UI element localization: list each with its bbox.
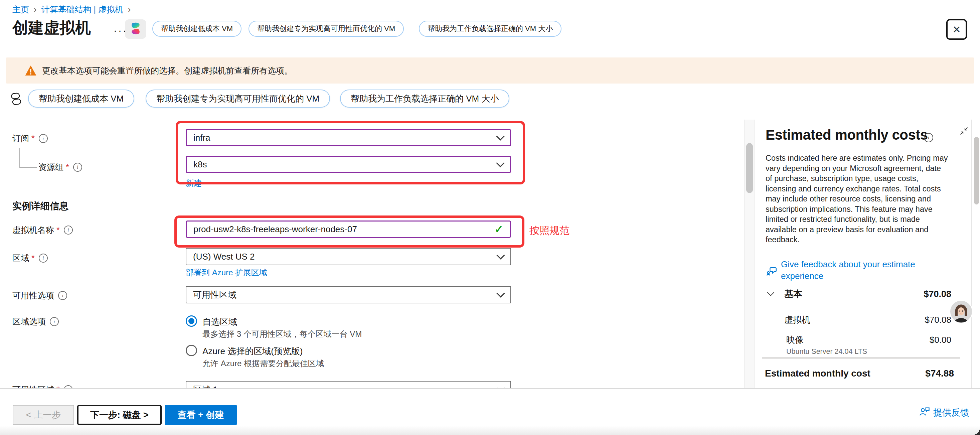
availability-options-label: 可用性选项 i [12,290,67,301]
cost-panel-scrollbar-thumb[interactable] [974,137,979,204]
info-icon[interactable]: i [50,317,59,326]
region-dropdown[interactable]: (US) West US 2 [186,248,511,265]
azure-extended-zones-link[interactable]: 部署到 Azure 扩展区域 [186,267,267,278]
review-create-button[interactable]: 查看 + 创建 [165,405,237,425]
breadcrumb-vm-link[interactable]: 计算基础结构 | 虚拟机 [41,4,123,15]
vm-name-value: prod-usw2-k8s-freeleaps-worker-nodes-07 [193,224,357,234]
instance-details-heading: 实例详细信息 [12,200,68,212]
info-icon[interactable]: i [39,253,48,263]
vm-name-label-text: 虚拟机名称 [12,225,54,236]
cost-group-name: 基本 [765,288,802,300]
assistant-avatar[interactable] [949,300,973,323]
suggestion-vm-size-button[interactable]: 帮助我为工作负载选择正确的 VM 大小 [419,21,562,37]
main-scrollbar-thumb[interactable] [746,143,753,193]
give-feedback-link[interactable]: 提供反馈 [933,406,969,419]
footer-bar: < 上一步 下一步: 磁盘 > 查看 + 创建 提供反馈 [0,388,980,435]
previous-step-button[interactable]: < 上一步 [13,405,74,425]
required-asterisk: * [56,225,60,235]
radio-azure-selected-zones-label[interactable]: Azure 选择的区域(预览版) [202,346,302,357]
cost-item-row: 虚拟机 $70.08 [765,314,951,326]
annotation-text: 按照规范 [530,224,570,237]
copilot-outline-icon [9,92,23,106]
radio-self-selected-zones-label[interactable]: 自选区域 [202,316,237,328]
cost-divider [762,357,960,359]
cost-panel-title: Estimated monthly costs [765,127,928,143]
tree-connector-horizontal [19,167,37,168]
cost-item-amount: $70.08 [924,315,951,325]
radio-azure-selected-zones-desc: 允许 Azure 根据需要分配最佳区域 [202,358,324,369]
cost-panel-scrollbar[interactable] [971,120,980,388]
vm-name-input[interactable]: prod-usw2-k8s-freeleaps-worker-nodes-07 … [186,220,511,238]
radio-self-selected-zones[interactable] [186,315,197,327]
chevron-down-icon [496,289,505,297]
chevron-down-icon [496,159,504,167]
availability-options-label-text: 可用性选项 [12,290,54,301]
suggestion-low-cost-vm-button[interactable]: 帮助我创建低成本 VM [28,89,134,108]
cost-total-row: Estimated monthly cost $74.88 [765,368,954,379]
tree-connector-vertical [19,148,20,168]
warning-text: 更改基本选项可能会重置所做的选择。创建虚拟机前查看所有选项。 [42,65,293,76]
radio-azure-selected-zones[interactable] [186,345,197,356]
create-vm-page: 主页 › 计算基础结构 | 虚拟机 › 创建虚拟机 ··· 帮助我创建低成本 [0,0,980,435]
window-corner [975,430,980,435]
chevron-down-icon [496,251,505,259]
estimate-feedback-link[interactable]: Give feedback about your estimate experi… [781,258,938,282]
suggestion-low-cost-vm-button[interactable]: 帮助我创建低成本 VM [152,21,242,37]
person-feedback-icon [918,406,931,417]
next-step-disks-button[interactable]: 下一步: 磁盘 > [77,405,162,425]
info-icon[interactable]: i [58,291,67,300]
chevron-right-icon: › [34,4,37,15]
info-icon[interactable]: i [924,133,933,142]
breadcrumb-home-link[interactable]: 主页 [12,4,29,15]
cost-item-name: 虚拟机 [765,314,810,326]
resource-group-label: 资源组 * i [38,162,82,173]
required-asterisk: * [66,163,69,172]
zone-options-label-text: 区域选项 [12,316,46,327]
valid-check-icon: ✓ [494,223,503,236]
cost-item-caption: Ubuntu Server 24.04 LTS [786,347,867,356]
subscription-label: 订阅 * i [12,133,48,144]
breadcrumb: 主页 › 计算基础结构 | 虚拟机 › [12,4,131,15]
subscription-dropdown[interactable]: infra [186,129,511,147]
subscription-value: infra [193,133,210,143]
region-label: 区域 * i [12,253,48,264]
cost-group-amount: $70.08 [924,289,951,300]
collapse-panel-icon[interactable] [959,126,969,135]
cost-group-row[interactable]: 基本 $70.08 [765,288,951,300]
warning-icon [25,65,37,76]
required-asterisk: * [32,253,35,263]
cost-item-amount: $0.00 [929,335,951,345]
region-label-text: 区域 [12,253,29,264]
copilot-icon [129,21,143,37]
cost-item-row: 映像 $0.00 [765,334,951,346]
availability-options-value: 可用性区域 [193,289,237,301]
info-icon[interactable]: i [73,163,82,172]
availability-options-dropdown[interactable]: 可用性区域 [186,286,511,303]
suggestion-vm-size-button[interactable]: 帮助我为工作负载选择正确的 VM 大小 [340,89,509,108]
chevron-right-icon: › [128,4,131,15]
resource-group-label-text: 资源组 [38,162,64,173]
subscription-label-text: 订阅 [12,133,29,144]
feedback-bubbles-icon [766,265,778,277]
warning-banner: 更改基本选项可能会重置所做的选择。创建虚拟机前查看所有选项。 [6,57,974,83]
info-icon[interactable]: i [39,134,48,143]
main-scrollbar[interactable] [744,120,755,388]
zone-options-label: 区域选项 i [12,316,59,327]
required-asterisk: * [32,134,35,143]
cost-disclaimer-text: Costs indicated here are estimates only.… [765,153,948,245]
region-value: (US) West US 2 [193,252,255,262]
create-new-resource-group-link[interactable]: 新建 [186,178,202,188]
copilot-button[interactable] [125,19,146,39]
info-icon[interactable]: i [64,226,73,234]
vm-name-label: 虚拟机名称 * i [12,225,73,236]
close-icon: ✕ [952,24,961,35]
cost-total-amount: $74.88 [925,368,954,379]
resource-group-value: k8s [193,159,207,170]
cost-item-name: 映像 [765,334,803,346]
page-title: 创建虚拟机 [12,18,91,38]
close-button[interactable]: ✕ [946,19,967,40]
suggestion-high-availability-button[interactable]: 帮助我创建专为实现高可用性而优化的 VM [248,21,404,37]
cost-total-label: Estimated monthly cost [765,368,870,379]
suggestion-high-availability-button[interactable]: 帮助我创建专为实现高可用性而优化的 VM [146,89,330,108]
resource-group-dropdown[interactable]: k8s [186,156,511,173]
